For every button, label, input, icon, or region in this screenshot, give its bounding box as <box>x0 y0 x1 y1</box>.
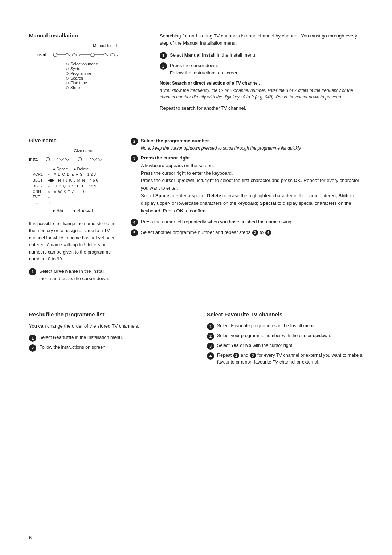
reshuffle-desc: You can change the order of the stored T… <box>29 323 185 330</box>
reshuffle-step2-content: Follow the instructions on screen. <box>39 344 185 351</box>
gn-step4: 4 Press the cursor left repeatedly when … <box>131 218 363 226</box>
step-num-1: 1 <box>160 52 167 59</box>
reshuffle-step-num-1: 1 <box>29 335 36 342</box>
fav-step3-content: Select Yes or No with the cursor right. <box>217 342 363 349</box>
gn-step2-content: Select the programme number. Note: keep … <box>141 137 363 151</box>
kb-row-vcr1: VCR1 ○ A B C D E F G 1 2 3 <box>33 172 116 177</box>
diagram-top-label: Manual install <box>65 44 145 48</box>
give-name-right: 2 Select the programme number. Note: kee… <box>131 137 363 285</box>
gn-step3-content: Press the cursor right. A keyboard appea… <box>141 154 363 215</box>
reshuffle-title: Reshuffle the programme list <box>29 311 185 317</box>
fav-step-num-4: 4 <box>207 352 214 360</box>
fav-step-num-3: 3 <box>207 343 214 350</box>
gn-step-num-4: 4 <box>131 219 138 226</box>
fav-step2: 2 Select your programme number with the … <box>207 332 363 340</box>
menu-dot-5 <box>66 82 69 84</box>
kb-channel-rows: VCR1 ○ A B C D E F G 1 2 3 BBC1 ◀▶ H I J… <box>33 172 116 206</box>
kb-top-row: ● Space ● Delete <box>33 167 116 171</box>
gn-step-num-2: 2 <box>131 138 138 145</box>
manual-install-intro: Searching for and storing TV channels is… <box>160 32 363 46</box>
page-number: 6 <box>29 535 32 540</box>
svg-point-7 <box>46 157 50 161</box>
step2-content: Press the cursor down.Follow the instruc… <box>170 62 363 76</box>
kb-bottom-row: ● Shift ● Special <box>52 208 116 213</box>
manual-install-left: Manual installation Manual install Insta… <box>29 32 145 111</box>
fav-step1-content: Select Favourite programmes in the Insta… <box>217 323 363 329</box>
install-diagram-svg: Install <box>36 49 138 60</box>
svg-point-10 <box>78 157 82 161</box>
manual-install-note: Note: Search or direct selection of a TV… <box>160 80 363 100</box>
gn-step2: 2 Select the programme number. Note: kee… <box>131 137 363 151</box>
gn-step-num-1: 1 <box>29 268 36 275</box>
gn-diagram-label: Give name <box>51 149 116 153</box>
menu-item-selection-mode: Selection mode <box>66 62 145 66</box>
give-name-title: Give name <box>29 137 116 143</box>
reshuffle-step1-content: Select Reshuffle in the Installation men… <box>39 334 185 341</box>
manual-install-diagram: Manual install Install <box>36 44 145 90</box>
give-name-diagram-svg: Install <box>29 154 116 163</box>
bottom-sections: Reshuffle the programme list You can cha… <box>29 311 363 368</box>
menu-item-programme: Programme <box>66 71 145 76</box>
step1-content: Select Manual install in the Install men… <box>170 52 363 59</box>
favourite-section: Select Favourite TV channels 1 Select Fa… <box>207 311 363 368</box>
fav-step3: 3 Select Yes or No with the cursor right… <box>207 342 363 350</box>
gn-step-num-5: 5 <box>131 229 138 236</box>
kb-row-tve: TVE ○ <box>33 195 116 199</box>
fav-step1: 1 Select Favourite programmes in the Ins… <box>207 323 363 330</box>
reshuffle-section: Reshuffle the programme list You can cha… <box>29 311 185 368</box>
menu-item-search: Search <box>66 76 145 80</box>
menu-dot-1 <box>66 63 69 65</box>
reshuffle-step2: 2 Follow the instructions on screen. <box>29 344 185 352</box>
keyboard-area: ● Space ● Delete VCR1 ○ A B C D E F G 1 … <box>33 167 116 213</box>
favourite-title: Select Favourite TV channels <box>207 311 363 317</box>
fav-ref-3: 3 <box>250 353 256 358</box>
menu-item-store: Store <box>66 85 145 90</box>
svg-point-4 <box>91 53 94 57</box>
gn-step4-content: Press the cursor left repeatedly when yo… <box>141 218 363 226</box>
fav-step-num-1: 1 <box>207 323 214 330</box>
reshuffle-step-num-2: 2 <box>29 344 36 352</box>
fav-ref-2: 2 <box>233 353 239 358</box>
menu-dot-2 <box>66 68 69 70</box>
note-text: If you know the frequency, the C- or S-c… <box>160 87 363 100</box>
manual-installation-section: Manual installation Manual install Insta… <box>29 32 363 124</box>
kb-row-cnn: CNN ○ V W X Y Z 0 <box>33 189 116 194</box>
gn-step5: 5 Select another programme number and re… <box>131 229 363 236</box>
give-name-left: Give name Give name Install ● Space <box>29 137 116 285</box>
svg-point-1 <box>53 53 57 57</box>
svg-text:Install: Install <box>29 157 40 161</box>
manual-install-title: Manual installation <box>29 32 145 39</box>
menu-dot-3 <box>66 72 69 75</box>
menu-item-system: System <box>66 66 145 71</box>
kb-row-bbc1: BBC1 ◀▶ H I J K L M N 4 5 6 <box>33 178 116 183</box>
gn-step3: 3 Press the cursor right. A keyboard app… <box>131 154 363 215</box>
manual-install-right: Searching for and storing TV channels is… <box>160 32 363 111</box>
give-name-desc: It is possible to change the name stored… <box>29 220 116 263</box>
top-divider <box>29 22 363 22</box>
fav-step4-content: Repeat 2 and 3 for every TV channel or e… <box>217 352 363 366</box>
manual-install-step1: 1 Select Manual install in the Install m… <box>160 52 363 59</box>
give-name-step1: 1 Select Give Name in the Install menu a… <box>29 268 116 282</box>
kb-row-dots: ...... ↕ <box>33 200 116 205</box>
ref-circle-4: 4 <box>265 230 271 236</box>
reshuffle-step1: 1 Select Reshuffle in the Installation m… <box>29 334 185 342</box>
repeat-text: Repeat to search for another TV channel. <box>160 105 363 111</box>
give-name-section: Give name Give name Install ● Space <box>29 137 363 298</box>
menu-dot-4 <box>66 77 69 80</box>
fav-step4: 4 Repeat 2 and 3 for every TV channel or… <box>207 352 363 366</box>
svg-text:Install: Install <box>36 52 47 57</box>
gn-step-num-3: 3 <box>131 155 138 162</box>
fav-step-num-2: 2 <box>207 333 214 340</box>
kb-row-bbc2: BBC2 ○ O P Q R S T U 7 8 9 <box>33 184 116 188</box>
menu-items-list: Selection mode System Programme Search <box>66 62 145 90</box>
gn-step1-content: Select Give Name in the Install menu and… <box>39 268 116 282</box>
fav-step2-content: Select your programme number with the cu… <box>217 332 363 339</box>
ref-circle-3: 3 <box>252 230 258 236</box>
note-title: Note: Search or direct selection of a TV… <box>160 80 363 86</box>
manual-install-step2: 2 Press the cursor down.Follow the instr… <box>160 62 363 76</box>
menu-item-finetune: Fine tune <box>66 81 145 85</box>
step-num-2: 2 <box>160 62 167 70</box>
menu-dot-6 <box>66 86 69 89</box>
page: Manual installation Manual install Insta… <box>0 0 392 555</box>
gn-step5-content: Select another programme number and repe… <box>141 229 363 236</box>
